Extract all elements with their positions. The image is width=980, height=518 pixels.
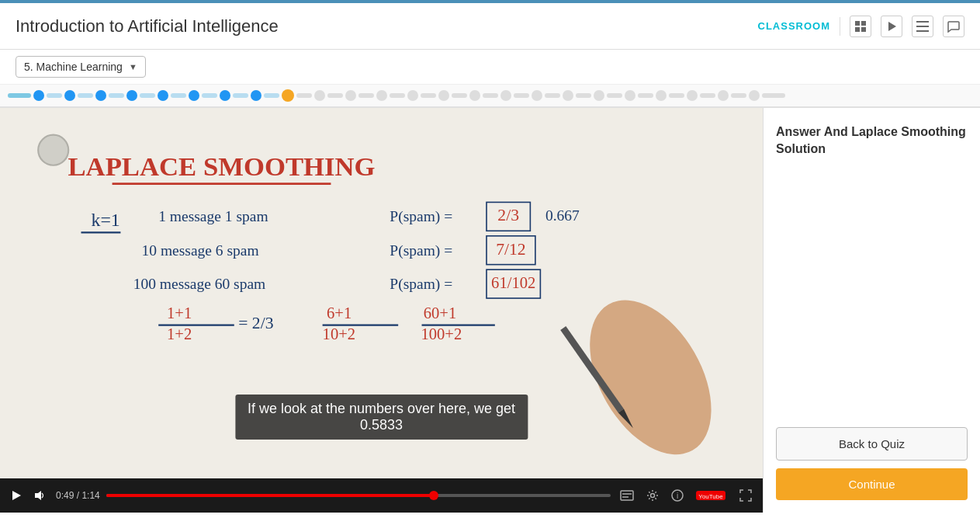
header-divider [840, 17, 840, 36]
progress-dot[interactable] [532, 90, 542, 101]
progress-segment [762, 93, 785, 98]
svg-text:P(spam) =: P(spam) = [390, 276, 452, 293]
progress-dot[interactable] [251, 90, 261, 101]
back-to-quiz-button[interactable]: Back to Quiz [776, 427, 968, 461]
chapter-bar: 5. Machine Learning ▼ [0, 50, 980, 85]
progress-segment [638, 93, 653, 98]
progress-segment [358, 93, 374, 98]
svg-point-9 [38, 135, 68, 165]
svg-text:k=1: k=1 [91, 210, 119, 230]
progress-segment [483, 93, 498, 98]
svg-text:7/12: 7/12 [496, 240, 526, 259]
classroom-label: CLASSROOM [758, 20, 831, 32]
progress-dot[interactable] [469, 90, 480, 101]
svg-point-45 [651, 494, 655, 498]
svg-text:i: i [677, 492, 678, 500]
progress-dot[interactable] [407, 90, 418, 101]
progress-dot[interactable] [126, 90, 137, 101]
svg-rect-5 [916, 21, 929, 23]
progress-segment [8, 93, 31, 98]
play-pause-button[interactable] [8, 488, 25, 502]
svg-text:10+2: 10+2 [323, 325, 355, 342]
svg-rect-7 [916, 30, 929, 32]
progress-dot[interactable] [625, 90, 635, 101]
svg-text:2/3: 2/3 [497, 206, 519, 224]
progress-dot[interactable] [64, 90, 75, 101]
svg-text:1+2: 1+2 [167, 325, 192, 342]
progress-dot[interactable] [656, 90, 667, 101]
video-controls: 0:49 / 1:14 i YouTube [0, 478, 763, 513]
svg-marker-4 [888, 22, 896, 31]
chevron-down-icon: ▼ [129, 62, 137, 71]
svg-text:1 message   1 spam: 1 message 1 spam [158, 208, 268, 224]
svg-text:60+1: 60+1 [424, 304, 456, 322]
current-time: 0:49 [56, 490, 74, 501]
progress-segment [421, 93, 436, 98]
progress-segment [669, 93, 684, 98]
chapter-selector[interactable]: 5. Machine Learning ▼ [16, 56, 146, 78]
progress-segment [296, 93, 312, 98]
progress-dot[interactable] [95, 90, 106, 101]
svg-rect-2 [855, 27, 860, 32]
main-content: LAPLACE SMOOTHING k=1 1 message 1 spam P… [0, 108, 980, 513]
progress-dot[interactable] [33, 90, 44, 101]
progress-dot[interactable] [718, 90, 729, 101]
svg-text:P(spam) =: P(spam) = [390, 242, 452, 259]
svg-text:0.667: 0.667 [545, 207, 580, 224]
svg-text:LAPLACE  SMOOTHING: LAPLACE SMOOTHING [68, 151, 375, 182]
svg-text:6+1: 6+1 [327, 304, 351, 322]
settings-button[interactable] [643, 488, 662, 503]
progress-segment [545, 93, 560, 98]
play-icon[interactable] [881, 16, 902, 37]
sidebar-actions: Back to Quiz Continue [776, 427, 968, 500]
sidebar-title: Answer And Laplace Smoothing Solution [776, 123, 968, 158]
info-button[interactable]: i [668, 488, 687, 503]
progress-dot[interactable] [687, 90, 698, 101]
progress-dot[interactable] [220, 90, 230, 101]
subtitles-button[interactable] [617, 488, 637, 502]
progress-segment [452, 93, 467, 98]
progress-dot[interactable] [314, 90, 325, 101]
svg-text:YouTube: YouTube [698, 493, 723, 500]
chat-icon[interactable] [943, 16, 964, 37]
progress-segment [731, 93, 746, 98]
progress-dot[interactable] [438, 90, 449, 101]
time-display: 0:49 / 1:14 [56, 490, 100, 501]
svg-marker-40 [12, 491, 21, 500]
volume-button[interactable] [31, 488, 50, 502]
layout-icon[interactable] [850, 16, 871, 37]
svg-rect-42 [621, 491, 633, 500]
progress-segment [140, 93, 155, 98]
video-frame[interactable]: LAPLACE SMOOTHING k=1 1 message 1 spam P… [0, 108, 763, 478]
progress-dot[interactable] [189, 90, 199, 101]
progress-segment [171, 93, 186, 98]
progress-dot[interactable] [158, 90, 168, 101]
caption-text-line2: 0.5833 [360, 417, 403, 433]
page-title: Introduction to Artificial Intelligence [16, 16, 279, 37]
svg-text:100+2: 100+2 [421, 325, 462, 342]
progress-segment [233, 93, 248, 98]
progress-dot[interactable] [345, 90, 356, 101]
progress-dot[interactable] [500, 90, 511, 101]
video-progress-fill [106, 494, 435, 497]
video-area: LAPLACE SMOOTHING k=1 1 message 1 spam P… [0, 108, 763, 513]
svg-text:= 2/3: = 2/3 [238, 314, 273, 332]
svg-text:100 message  60 spam: 100 message 60 spam [133, 276, 266, 292]
header-icons: CLASSROOM [758, 16, 965, 37]
progress-dot[interactable] [594, 90, 604, 101]
svg-text:P(spam) =: P(spam) = [390, 208, 452, 225]
progress-segment [47, 93, 62, 98]
continue-button[interactable]: Continue [776, 468, 968, 500]
progress-segment [327, 93, 343, 98]
progress-dot[interactable] [749, 90, 760, 101]
list-icon[interactable] [912, 16, 933, 37]
progress-dot[interactable] [563, 90, 573, 101]
fullscreen-button[interactable] [736, 488, 755, 503]
video-progress-track[interactable] [106, 494, 611, 497]
progress-dot-current[interactable] [282, 89, 294, 102]
svg-rect-6 [916, 26, 929, 27]
video-progress-handle[interactable] [429, 491, 438, 500]
sidebar: Answer And Laplace Smoothing Solution Ba… [763, 108, 980, 513]
progress-dot[interactable] [376, 90, 387, 101]
youtube-button[interactable]: YouTube [693, 488, 730, 503]
